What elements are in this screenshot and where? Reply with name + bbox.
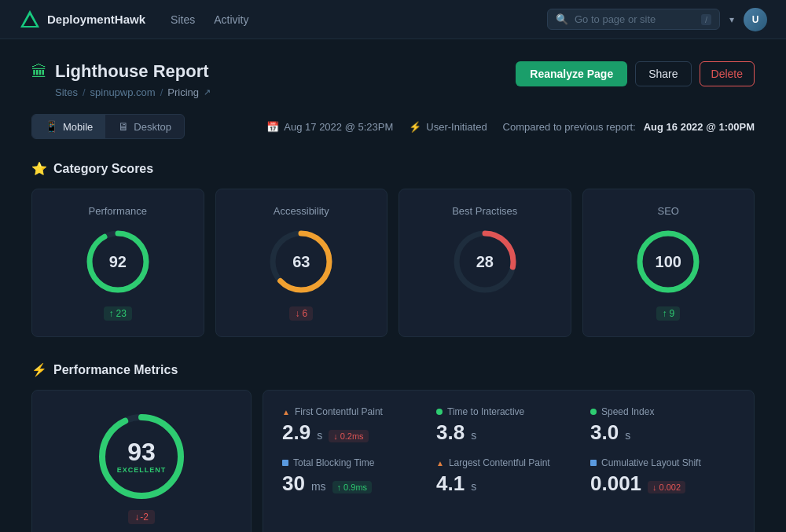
nav-sites[interactable]: Sites	[171, 13, 195, 26]
badge-arrow: ↓	[333, 431, 338, 441]
metrics-title: Performance Metrics	[53, 363, 178, 377]
navbar: DeploymentHawk Sites Activity 🔍 Go to pa…	[0, 0, 786, 39]
breadcrumb-domain[interactable]: spinupwp.com	[90, 86, 156, 98]
metric-label-5: Cumulative Layout Shift	[601, 457, 701, 468]
meta-trigger: ⚡ User-Initiated	[409, 121, 487, 133]
breadcrumb-current: Pricing	[167, 86, 199, 98]
metric-item-4: ▲ Largest Contentful Paint 4.1 s	[436, 457, 581, 496]
metric-header-5: Cumulative Layout Shift	[590, 457, 735, 468]
breadcrumb-sites[interactable]: Sites	[55, 86, 78, 98]
lightning-icon: ⚡	[31, 362, 47, 377]
chevron-down-icon[interactable]: ▾	[729, 14, 734, 25]
page-title-text: Lighthouse Report	[55, 61, 209, 82]
score-card-3: SEO 100 ↑9	[582, 189, 755, 337]
metric-item-2: Speed Index 3.0 s	[590, 406, 735, 445]
metric-unit-2: s	[625, 429, 630, 442]
metric-label-0: First Contentful Paint	[295, 406, 383, 417]
category-grid: Performance 92 ↑23 Accessibility 63 ↓6	[31, 189, 755, 337]
score-card-label-3: SEO	[658, 205, 679, 217]
avatar[interactable]: U	[744, 8, 767, 31]
score-value-0: 92	[109, 253, 127, 271]
metric-header-2: Speed Index	[590, 406, 735, 417]
score-ring-container-3: 100	[633, 226, 703, 297]
calendar-icon: 📅	[266, 121, 279, 133]
metric-value-row-0: 2.9 s ↓0.2ms	[282, 420, 427, 445]
badge-value: 0.2ms	[340, 431, 364, 441]
tab-mobile[interactable]: 📱 Mobile	[32, 115, 105, 138]
score-ring-container-0: 92	[83, 226, 153, 297]
metric-badge-5: ↓0.002	[648, 481, 685, 493]
metric-value-row-4: 4.1 s	[436, 471, 581, 496]
share-button[interactable]: Share	[635, 61, 691, 86]
metric-value-4: 4.1	[436, 471, 465, 496]
external-link-icon[interactable]: ↗	[204, 87, 211, 97]
metric-unit-3: ms	[311, 480, 326, 493]
big-score-label: EXCELLENT	[117, 466, 167, 474]
lighthouse-icon: 🏛	[31, 63, 47, 81]
metric-header-4: ▲ Largest Contentful Paint	[436, 457, 581, 468]
category-scores-section: ⭐ Category Scores Performance 92 ↑23 Acc…	[31, 161, 755, 337]
device-tabs: 📱 Mobile 🖥 Desktop	[31, 114, 185, 139]
comparison-date: Aug 16 2022 @ 1:00PM	[644, 121, 755, 133]
search-icon: 🔍	[556, 13, 568, 25]
score-value-3: 100	[656, 253, 681, 271]
triangle-icon: ▲	[436, 459, 444, 468]
metric-header-0: ▲ First Contentful Paint	[282, 406, 427, 417]
meta-info: 📅 Aug 17 2022 @ 5:23PM ⚡ User-Initiated …	[266, 121, 755, 133]
metric-value-5: 0.001	[590, 471, 641, 496]
metric-item-3: Total Blocking Time 30 ms ↑0.9ms	[282, 457, 427, 496]
metrics-header: ⚡ Performance Metrics	[31, 362, 755, 377]
title-area: 🏛 Lighthouse Report Sites / spinupwp.com…	[31, 61, 211, 98]
star-icon: ⭐	[31, 161, 47, 176]
tab-desktop-label: Desktop	[134, 121, 171, 133]
metric-unit-1: s	[471, 429, 476, 442]
metric-value-2: 3.0	[590, 420, 619, 445]
badge-arrow: ↑	[337, 482, 342, 492]
metric-badge-3: ↑0.9ms	[332, 481, 372, 493]
dot-green-icon	[436, 409, 443, 415]
search-bar[interactable]: 🔍 Go to page or site /	[547, 9, 720, 30]
breadcrumb: Sites / spinupwp.com / Pricing ↗	[55, 86, 211, 98]
metric-value-row-2: 3.0 s	[590, 420, 735, 445]
meta-date: 📅 Aug 17 2022 @ 5:23PM	[266, 121, 393, 133]
report-date: Aug 17 2022 @ 5:23PM	[284, 121, 393, 133]
score-card-label-1: Accessibility	[274, 205, 329, 217]
delta-arrow-down: ↓	[134, 512, 139, 523]
metric-label-2: Speed Index	[601, 406, 654, 417]
metric-unit-4: s	[471, 480, 476, 493]
category-scores-header: ⭐ Category Scores	[31, 161, 755, 176]
metric-label-1: Time to Interactive	[447, 406, 524, 417]
metric-header-1: Time to Interactive	[436, 406, 581, 417]
trigger-label: User-Initiated	[426, 121, 487, 133]
big-score-delta: ↓ -2	[128, 510, 155, 524]
metric-unit-0: s	[317, 429, 322, 442]
triangle-icon: ▲	[282, 408, 290, 416]
page-actions: Reanalyze Page Share Delete	[516, 61, 755, 86]
logo[interactable]: DeploymentHawk	[19, 9, 145, 31]
delete-button[interactable]: Delete	[700, 61, 755, 86]
tab-desktop[interactable]: 🖥 Desktop	[105, 115, 184, 138]
page-header: 🏛 Lighthouse Report Sites / spinupwp.com…	[31, 61, 755, 98]
score-value-1: 63	[292, 253, 310, 271]
search-slash: /	[701, 14, 711, 25]
tab-mobile-label: Mobile	[63, 121, 93, 133]
nav-activity[interactable]: Activity	[214, 13, 248, 26]
score-card-2: Best Practises 28	[399, 189, 571, 337]
score-ring-container-1: 63	[266, 226, 336, 297]
metric-value-1: 3.8	[436, 420, 465, 445]
metrics-grid: 93 EXCELLENT ↓ -2 0 - 49 50 - 89	[31, 390, 755, 532]
metric-value-row-1: 3.8 s	[436, 420, 581, 445]
reanalyze-button[interactable]: Reanalyze Page	[516, 61, 627, 86]
metric-label-4: Largest Contentful Paint	[449, 457, 550, 468]
page-title: 🏛 Lighthouse Report	[31, 61, 211, 82]
logo-text: DeploymentHawk	[47, 13, 145, 26]
score-delta-0: ↑23	[104, 306, 132, 321]
score-card-0: Performance 92 ↑23	[31, 189, 204, 337]
metric-item-5: Cumulative Layout Shift 0.001 ↓0.002	[590, 457, 735, 496]
desktop-icon: 🖥	[118, 120, 129, 133]
score-delta-1: ↓6	[289, 306, 313, 321]
category-scores-title: Category Scores	[53, 162, 153, 176]
metrics-detail-card: ▲ First Contentful Paint 2.9 s ↓0.2ms Ti…	[263, 390, 755, 532]
dot-green-icon	[590, 409, 597, 415]
badge-value: 0.002	[659, 482, 681, 492]
